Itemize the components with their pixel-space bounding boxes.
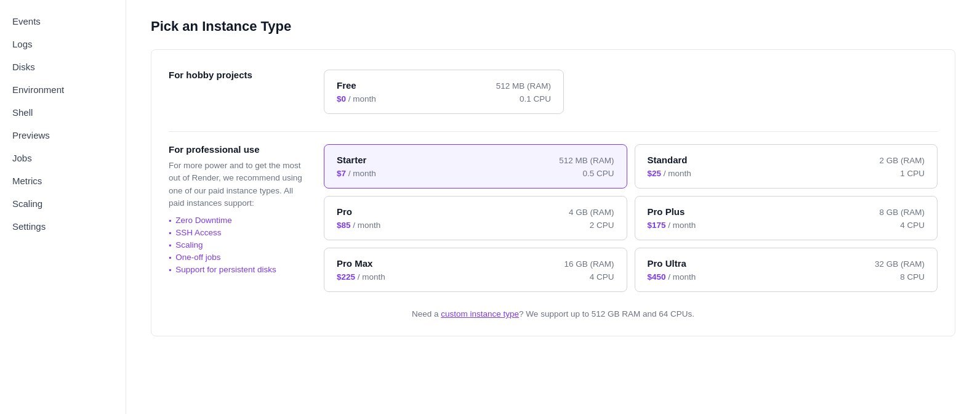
sidebar-item-jobs[interactable]: Jobs bbox=[0, 147, 126, 169]
pro-ultra-ram: 32 GB (RAM) bbox=[875, 259, 925, 269]
section-divider bbox=[169, 131, 938, 132]
hobby-title: For hobby projects bbox=[169, 70, 304, 80]
standard-name: Standard bbox=[648, 155, 688, 165]
custom-instance-link[interactable]: custom instance type bbox=[441, 309, 519, 319]
professional-label: For professional use For more power and … bbox=[169, 144, 304, 292]
starter-cpu: 0.5 CPU bbox=[582, 169, 614, 178]
pro-plus-cpu: 4 CPU bbox=[900, 221, 925, 230]
sidebar-item-events[interactable]: Events bbox=[0, 10, 126, 33]
sidebar-item-previews[interactable]: Previews bbox=[0, 124, 126, 147]
feature-item: One-off jobs bbox=[169, 253, 304, 262]
pro-plus-name: Pro Plus bbox=[648, 206, 685, 217]
pro-max-price: $225 / month bbox=[337, 272, 385, 282]
standard-ram: 2 GB (RAM) bbox=[879, 156, 925, 165]
pro-max-cpu: 4 CPU bbox=[590, 272, 614, 282]
instance-card-pro-max[interactable]: Pro Max 16 GB (RAM) $225 / month 4 CPU bbox=[324, 248, 627, 292]
pro-max-ram: 16 GB (RAM) bbox=[564, 259, 614, 269]
footer-text-before: Need a bbox=[412, 309, 441, 319]
feature-item: Zero Downtime bbox=[169, 216, 304, 225]
instance-card-free[interactable]: Free 512 MB (RAM) $0 / month 0.1 CPU bbox=[324, 70, 564, 114]
sidebar-item-metrics[interactable]: Metrics bbox=[0, 169, 126, 192]
free-ram: 512 MB (RAM) bbox=[496, 81, 551, 91]
pro-ram: 4 GB (RAM) bbox=[569, 208, 614, 217]
starter-name: Starter bbox=[337, 155, 366, 165]
professional-instances: Starter 512 MB (RAM) $7 / month 0.5 CPU … bbox=[324, 144, 938, 292]
free-cpu: 0.1 CPU bbox=[520, 94, 551, 104]
instance-card-starter[interactable]: Starter 512 MB (RAM) $7 / month 0.5 CPU bbox=[324, 144, 627, 189]
instance-card-standard[interactable]: Standard 2 GB (RAM) $25 / month 1 CPU bbox=[635, 144, 938, 189]
page-title: Pick an Instance Type bbox=[151, 18, 955, 34]
professional-section: For professional use For more power and … bbox=[169, 144, 938, 292]
hobby-instances: Free 512 MB (RAM) $0 / month 0.1 CPU bbox=[324, 70, 938, 114]
feature-item: Scaling bbox=[169, 240, 304, 250]
features-list: Zero DowntimeSSH AccessScalingOne-off jo… bbox=[169, 216, 304, 274]
sidebar-item-shell[interactable]: Shell bbox=[0, 101, 126, 124]
pro-ultra-price: $450 / month bbox=[648, 272, 696, 282]
pro-ultra-cpu: 8 CPU bbox=[900, 272, 925, 282]
sidebar: EventsLogsDisksEnvironmentShellPreviewsJ… bbox=[0, 0, 126, 414]
standard-cpu: 1 CPU bbox=[900, 169, 925, 178]
main-content: Pick an Instance Type For hobby projects… bbox=[126, 0, 980, 414]
pro-ultra-name: Pro Ultra bbox=[648, 258, 686, 269]
instance-card-pro[interactable]: Pro 4 GB (RAM) $85 / month 2 CPU bbox=[324, 196, 627, 240]
sidebar-item-logs[interactable]: Logs bbox=[0, 33, 126, 55]
hobby-section: For hobby projects Free 512 MB (RAM) $0 … bbox=[169, 70, 938, 114]
professional-description: For more power and to get the most out o… bbox=[169, 160, 304, 209]
free-name: Free bbox=[337, 80, 356, 91]
footer-note: Need a custom instance type? We support … bbox=[169, 309, 938, 319]
instance-card-pro-plus[interactable]: Pro Plus 8 GB (RAM) $175 / month 4 CPU bbox=[635, 196, 938, 240]
hobby-label: For hobby projects bbox=[169, 70, 304, 114]
feature-item: Support for persistent disks bbox=[169, 265, 304, 274]
sidebar-item-disks[interactable]: Disks bbox=[0, 55, 126, 78]
pro-cpu: 2 CPU bbox=[590, 221, 614, 230]
pro-plus-ram: 8 GB (RAM) bbox=[879, 208, 925, 217]
pro-plus-price: $175 / month bbox=[648, 221, 696, 230]
free-price: $0 / month bbox=[337, 94, 376, 104]
sidebar-item-environment[interactable]: Environment bbox=[0, 78, 126, 101]
standard-price: $25 / month bbox=[648, 169, 691, 178]
starter-price: $7 / month bbox=[337, 169, 376, 178]
instance-type-card: For hobby projects Free 512 MB (RAM) $0 … bbox=[151, 49, 955, 336]
pro-price: $85 / month bbox=[337, 221, 380, 230]
instance-card-pro-ultra[interactable]: Pro Ultra 32 GB (RAM) $450 / month 8 CPU bbox=[635, 248, 938, 292]
pro-name: Pro bbox=[337, 206, 352, 217]
starter-ram: 512 MB (RAM) bbox=[559, 156, 614, 165]
footer-text-after: ? We support up to 512 GB RAM and 64 CPU… bbox=[519, 309, 694, 319]
professional-title: For professional use bbox=[169, 144, 304, 155]
feature-item: SSH Access bbox=[169, 228, 304, 237]
sidebar-item-scaling[interactable]: Scaling bbox=[0, 192, 126, 215]
pro-max-name: Pro Max bbox=[337, 258, 372, 269]
sidebar-item-settings[interactable]: Settings bbox=[0, 215, 126, 238]
